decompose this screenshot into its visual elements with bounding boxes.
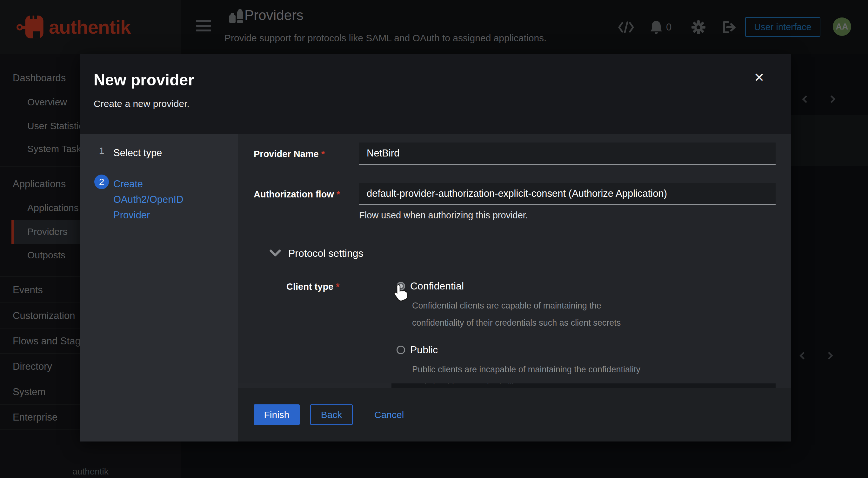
provider-form: Provider Name* Authorization flow* defau… <box>238 134 791 388</box>
wizard-step-create-provider[interactable]: 2 Create OAuth2/OpenID Provider <box>80 174 238 223</box>
client-type-option-confidential: Confidential Confidential clients are ca… <box>397 280 653 331</box>
finish-button[interactable]: Finish <box>254 404 300 425</box>
step-number: 2 <box>94 174 109 189</box>
modal-body: 1 Select type 2 Create OAuth2/OpenID Pro… <box>80 134 791 442</box>
client-type-option-public: Public Public clients are incapable of m… <box>397 344 653 388</box>
authorization-flow-label: Authorization flow* <box>254 183 359 205</box>
wizard-steps-nav: 1 Select type 2 Create OAuth2/OpenID Pro… <box>80 134 238 442</box>
client-type-options: Confidential Confidential clients are ca… <box>397 280 653 388</box>
required-mark: * <box>336 282 339 292</box>
step-number: 1 <box>94 144 109 158</box>
close-icon[interactable]: ✕ <box>752 71 766 84</box>
required-mark: * <box>337 189 340 199</box>
step-label: Create OAuth2/OpenID Provider <box>113 174 202 223</box>
wizard-step-select-type[interactable]: 1 Select type <box>80 144 238 161</box>
scrollbar-thumb[interactable] <box>238 383 392 388</box>
cancel-button[interactable]: Cancel <box>372 409 406 420</box>
client-type-row: Client type* Confidential Confidential c… <box>286 280 776 388</box>
radio-unselected-icon[interactable] <box>397 346 405 354</box>
radio-confidential[interactable]: Confidential <box>397 280 653 292</box>
authorization-flow-row: Authorization flow* default-provider-aut… <box>254 183 776 205</box>
modal-footer: Finish Back Cancel <box>238 388 791 442</box>
protocol-settings-toggle[interactable]: Protocol settings <box>269 248 776 259</box>
required-mark: * <box>321 149 325 159</box>
client-type-label: Client type* <box>286 280 397 388</box>
radio-public[interactable]: Public <box>397 344 653 356</box>
screen: authentik Pr <box>0 0 868 478</box>
horizontal-scrollbar[interactable] <box>238 383 776 388</box>
new-provider-modal: New provider Create a new provider. ✕ 1 … <box>80 54 791 442</box>
provider-name-input[interactable] <box>359 142 776 165</box>
provider-name-label: Provider Name* <box>254 142 359 165</box>
chevron-down-icon <box>269 249 281 258</box>
provider-name-row: Provider Name* <box>254 142 776 165</box>
protocol-settings-title: Protocol settings <box>288 248 364 259</box>
modal-title: New provider <box>94 72 791 88</box>
modal-subtitle: Create a new provider. <box>94 98 791 109</box>
radio-confidential-description: Confidential clients are capable of main… <box>412 297 653 331</box>
back-button[interactable]: Back <box>310 404 353 425</box>
authorization-flow-select[interactable]: default-provider-authorization-explicit-… <box>359 183 776 205</box>
authorization-flow-help: Flow used when authorizing this provider… <box>359 210 776 221</box>
step-label: Select type <box>113 145 162 161</box>
modal-header: New provider Create a new provider. ✕ <box>80 54 791 134</box>
mouse-cursor <box>393 283 408 303</box>
wizard-main: Provider Name* Authorization flow* defau… <box>238 134 791 442</box>
